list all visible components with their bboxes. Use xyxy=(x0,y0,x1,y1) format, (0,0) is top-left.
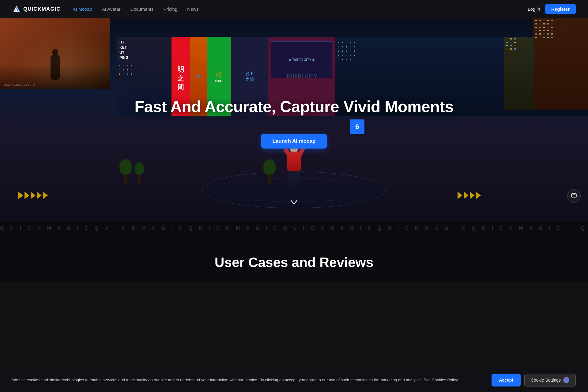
char-legs xyxy=(288,171,300,190)
tree-top-1 xyxy=(119,159,132,175)
nav-links: AI Mocap AI Avatar Documents Pricing New… xyxy=(73,6,198,12)
tree-top-3 xyxy=(263,159,276,175)
nav-news[interactable]: News xyxy=(187,6,199,12)
nav-left: QUICKMAGIC AI Mocap AI Avatar Documents … xyxy=(12,5,199,13)
chevron-r3 xyxy=(470,192,475,199)
nav-ai-mocap[interactable]: AI Mocap xyxy=(73,6,92,12)
float-chat-button[interactable] xyxy=(567,189,581,203)
hero-section: HTKETUTPING 明 之 間 � xyxy=(0,18,588,221)
svg-rect-2 xyxy=(16,9,17,12)
nav-documents[interactable]: Documents xyxy=(130,6,153,12)
chevron-5 xyxy=(43,192,48,199)
figure-head xyxy=(52,49,58,56)
svg-rect-4 xyxy=(572,194,575,195)
logo-name: QUICKMAGIC xyxy=(23,6,60,12)
video-watermark: DEEP BLEND STUDIO xyxy=(4,83,35,86)
hero-title: Fast And Accurate, Capture Vivid Moments xyxy=(0,98,588,115)
tree-trunk-2 xyxy=(138,175,141,184)
launch-button[interactable]: Launch AI mocap xyxy=(261,134,326,149)
nav-ai-avatar[interactable]: AI Avatar xyxy=(102,6,121,12)
tree-1 xyxy=(119,159,132,184)
login-button[interactable]: Log in xyxy=(528,6,540,12)
logo[interactable]: QUICKMAGIC xyxy=(12,5,60,13)
hero-content: Fast And Accurate, Capture Vivid Moments… xyxy=(0,98,588,149)
svg-rect-5 xyxy=(572,196,575,196)
char-torso xyxy=(287,152,301,172)
scroll-down-button[interactable] xyxy=(289,197,299,208)
video-thumbnail[interactable]: DEEP BLEND STUDIO xyxy=(0,18,110,89)
chevron-1 xyxy=(18,192,23,199)
chevron-r4 xyxy=(476,192,481,199)
chevron-r2 xyxy=(464,192,469,199)
tree-trunk-1 xyxy=(124,175,127,184)
tree-trunk-3 xyxy=(268,175,271,184)
chat-icon xyxy=(571,193,577,199)
chevron-3 xyxy=(31,192,36,199)
hero-cta: Launch AI mocap xyxy=(0,134,588,149)
nav-right: Log in Register xyxy=(528,4,576,14)
float-widget xyxy=(567,189,581,203)
tree-2 xyxy=(135,162,144,184)
register-button[interactable]: Register xyxy=(545,4,576,14)
road-marking-right xyxy=(458,192,481,199)
video-thumb-inner xyxy=(0,18,110,89)
chevron-4 xyxy=(37,192,42,199)
chevron-r1 xyxy=(458,192,462,199)
nav-pricing[interactable]: Pricing xyxy=(163,6,177,12)
svg-rect-3 xyxy=(571,194,576,197)
tree-top-2 xyxy=(135,162,144,175)
rb-building-1 xyxy=(533,18,588,110)
navbar: QUICKMAGIC AI Mocap AI Avatar Documents … xyxy=(0,0,588,18)
road-marking-left xyxy=(18,192,48,199)
reviews-section: User Cases and Reviews xyxy=(0,236,588,282)
logo-icon xyxy=(12,5,21,13)
ticker-text: Q U I C K M A G I C Q U I C K M A G I C … xyxy=(0,226,588,231)
ticker-bar: Q U I C K M A G I C Q U I C K M A G I C … xyxy=(0,221,588,236)
chevron-2 xyxy=(24,192,29,199)
tree-3 xyxy=(263,159,276,184)
reviews-title: User Cases and Reviews xyxy=(12,255,576,270)
chevron-down-icon xyxy=(289,197,299,207)
